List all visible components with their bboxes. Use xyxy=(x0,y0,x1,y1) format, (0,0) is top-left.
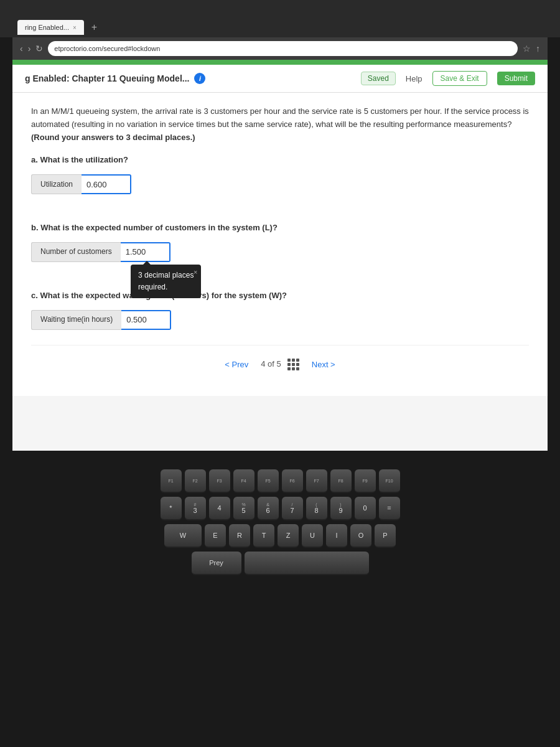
page-info: 4 of 5 xyxy=(261,358,299,371)
key-star[interactable]: * xyxy=(161,497,182,520)
sub-question-a: a. What is the utilization? xyxy=(31,154,529,167)
next-button[interactable]: Next > xyxy=(312,360,335,369)
question-bold: (Round your answers to 3 decimal places.… xyxy=(31,133,195,142)
key-f2[interactable]: F2 xyxy=(185,469,206,493)
key-prev[interactable]: Prey xyxy=(192,552,241,575)
utilization-input[interactable] xyxy=(82,174,131,194)
key-5[interactable]: %5 xyxy=(233,497,254,520)
keyboard-row-qwerty: W E R T Z U I O P xyxy=(12,524,548,548)
page-title: g Enabled: Chapter 11 Queuing Model... xyxy=(25,73,189,83)
key-p[interactable]: P xyxy=(375,524,396,548)
waiting-input[interactable] xyxy=(121,310,171,330)
save-exit-button[interactable]: Save & Exit xyxy=(432,71,487,86)
customers-label: Number of customers xyxy=(31,242,121,262)
help-button[interactable]: Help xyxy=(406,74,422,83)
key-w[interactable]: W xyxy=(164,524,202,548)
customers-row: Number of customers × 3 decimal places r… xyxy=(31,242,529,262)
info-icon[interactable]: i xyxy=(194,73,205,84)
key-o[interactable]: O xyxy=(350,524,371,548)
question-body: In an M/M/1 queueing system, the arrival… xyxy=(12,93,548,396)
active-tab[interactable]: ring Enabled... × xyxy=(17,20,84,35)
key-eq[interactable]: = xyxy=(379,497,400,520)
tooltip-line1: 3 decimal places xyxy=(138,270,194,281)
key-f7[interactable]: F7 xyxy=(306,469,327,493)
key-6[interactable]: &6 xyxy=(258,497,279,520)
refresh-icon[interactable]: ↻ xyxy=(35,44,43,54)
grid-icon[interactable] xyxy=(287,359,299,370)
question-text: In an M/M/1 queueing system, the arrival… xyxy=(31,105,529,144)
address-bar[interactable]: etproctorio.com/secured#lockdown xyxy=(48,41,518,56)
prev-button[interactable]: < Prev xyxy=(225,360,248,369)
utilization-label: Utilization xyxy=(31,174,82,194)
customers-input[interactable] xyxy=(121,242,170,262)
keyboard-row-bottom: Prey xyxy=(12,552,548,575)
key-space[interactable] xyxy=(245,552,369,575)
key-f6[interactable]: F6 xyxy=(282,469,303,493)
new-tab-button[interactable]: + xyxy=(86,22,102,33)
saved-badge: Saved xyxy=(361,72,396,85)
header-actions: Saved Help Save & Exit Submit xyxy=(361,71,535,86)
key-f1[interactable]: F1 xyxy=(161,469,182,493)
address-text: etproctorio.com/secured#lockdown xyxy=(54,45,160,52)
forward-icon[interactable]: › xyxy=(28,44,31,54)
content-title-area: g Enabled: Chapter 11 Queuing Model... i xyxy=(25,73,205,84)
key-f9[interactable]: F9 xyxy=(355,469,376,493)
key-0[interactable]: 0 xyxy=(355,497,376,520)
tooltip-line2: required. xyxy=(138,281,194,293)
back-icon[interactable]: ‹ xyxy=(20,44,23,54)
key-f3[interactable]: F3 xyxy=(209,469,230,493)
keyboard-row-fn: F1 F2 F3 F4 F5 F6 F7 F8 F9 F10 xyxy=(12,469,548,493)
key-3[interactable]: #3 xyxy=(185,497,206,520)
keyboard-row-num: * #3 4 %5 &6 /7 (8 )9 0 = xyxy=(12,497,548,520)
keyboard-area: F1 F2 F3 F4 F5 F6 F7 F8 F9 F10 * #3 4 %5… xyxy=(0,451,560,588)
pagination-row: < Prev 4 of 5 Next > xyxy=(31,345,529,383)
green-banner xyxy=(12,60,548,65)
key-9[interactable]: )9 xyxy=(330,497,352,520)
key-t[interactable]: T xyxy=(253,524,274,548)
key-z[interactable]: Z xyxy=(278,524,299,548)
share-icon[interactable]: ↑ xyxy=(536,44,540,54)
address-bar-row: ‹ › ↻ etproctorio.com/secured#lockdown ☆… xyxy=(12,37,548,60)
key-f8[interactable]: F8 xyxy=(330,469,352,493)
page-label: 4 of 5 xyxy=(261,358,281,371)
key-f10[interactable]: F10 xyxy=(379,469,400,493)
key-f5[interactable]: F5 xyxy=(258,469,279,493)
bookmark-icon[interactable]: ☆ xyxy=(523,44,531,54)
key-r[interactable]: R xyxy=(229,524,250,548)
key-8[interactable]: (8 xyxy=(306,497,327,520)
key-7[interactable]: /7 xyxy=(282,497,303,520)
tooltip-box: × 3 decimal places required. xyxy=(131,265,201,298)
key-i[interactable]: I xyxy=(326,524,347,548)
utilization-row: Utilization xyxy=(31,174,529,194)
sub-question-c: c. What is the expected waiting time (in… xyxy=(31,289,529,303)
sub-question-b: b. What is the expected number of custom… xyxy=(31,222,529,235)
waiting-row: Waiting time(in hours) xyxy=(31,310,529,330)
content-header: g Enabled: Chapter 11 Queuing Model... i… xyxy=(12,65,548,93)
main-content: g Enabled: Chapter 11 Queuing Model... i… xyxy=(12,65,548,451)
key-u[interactable]: U xyxy=(302,524,323,548)
key-f4[interactable]: F4 xyxy=(233,469,254,493)
tooltip-close-icon[interactable]: × xyxy=(194,267,197,278)
submit-button[interactable]: Submit xyxy=(497,72,535,85)
tab-close-icon[interactable]: × xyxy=(73,24,77,31)
tab-label: ring Enabled... xyxy=(25,24,69,31)
waiting-label: Waiting time(in hours) xyxy=(31,310,121,330)
key-e[interactable]: E xyxy=(205,524,226,548)
key-4[interactable]: 4 xyxy=(209,497,230,520)
